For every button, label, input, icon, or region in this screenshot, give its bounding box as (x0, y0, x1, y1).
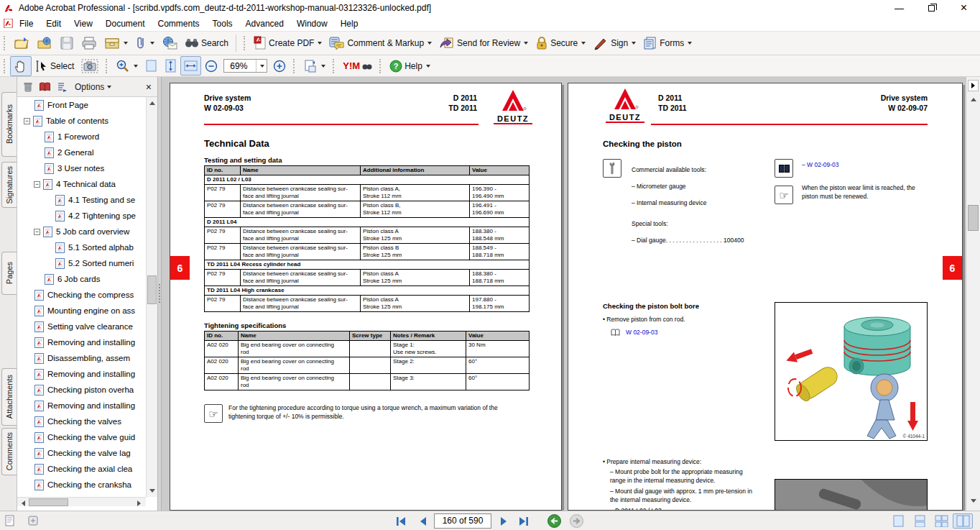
menu-document[interactable]: Document (99, 17, 152, 30)
toolbar-grip[interactable] (293, 59, 297, 73)
page-display-button[interactable] (300, 56, 329, 76)
tab-bookmarks[interactable]: Bookmarks (1, 92, 17, 157)
bookmark-item[interactable]: Checking the valve guid (17, 429, 146, 445)
document-pane[interactable]: Drive system W 02-09-03 D 2011 TD 2011 D… (162, 77, 966, 511)
open-web-button[interactable] (33, 33, 56, 53)
tab-comments[interactable]: Comments (1, 428, 17, 475)
previous-page-button[interactable] (414, 514, 433, 528)
save-button[interactable] (56, 33, 78, 53)
scroll-down-arrow[interactable] (148, 487, 156, 495)
bookmark-item[interactable]: 4.1 Testing and se (17, 192, 146, 208)
continuous-facing-layout-button[interactable] (931, 513, 951, 529)
expand-toggle[interactable]: − (34, 229, 40, 235)
bookmarks-close-button[interactable]: × (146, 81, 152, 93)
minimize-button[interactable]: — (883, 0, 915, 16)
menu-file[interactable]: File (13, 17, 40, 30)
zoom-out-button[interactable] (201, 57, 221, 76)
send-for-review-button[interactable]: Send for Review (435, 33, 532, 53)
collapse-pane-button[interactable] (968, 80, 979, 91)
bookmark-item[interactable]: Checking the cranksha (17, 477, 146, 493)
help-button[interactable]: ?Help (386, 57, 434, 76)
toolbar-grip[interactable] (106, 59, 109, 73)
menu-advanced[interactable]: Advanced (239, 17, 290, 30)
menu-edit[interactable]: Edit (40, 17, 68, 30)
bookmark-item[interactable]: 3 User notes (17, 160, 146, 176)
bookmark-item[interactable]: Checking piston overha (17, 382, 146, 398)
fit-page-button[interactable] (161, 56, 180, 76)
page-number-field[interactable]: 160 of 590 (434, 513, 491, 529)
attach-button[interactable] (131, 33, 158, 53)
menu-tools[interactable]: Tools (206, 17, 239, 30)
select-tool-button[interactable]: Select (32, 57, 78, 76)
tab-pages[interactable]: Pages (1, 252, 17, 295)
toolbar-grip[interactable] (4, 59, 7, 73)
bookmark-item[interactable]: 2 General (17, 145, 146, 160)
bookmark-item[interactable]: Removing and installing (17, 366, 146, 382)
bookmark-item[interactable]: 5.2 Sorted numeri (17, 255, 146, 271)
crossref-link[interactable]: – W 02-09-03 (802, 161, 839, 170)
bookmark-item[interactable]: 5.1 Sorted alphab (17, 239, 146, 255)
sign-button[interactable]: Sign (589, 33, 639, 53)
menu-comments[interactable]: Comments (152, 17, 206, 30)
toolbar-grip[interactable] (379, 59, 383, 73)
single-page-layout-button[interactable] (888, 513, 908, 529)
zoom-tool-button[interactable] (112, 56, 142, 76)
bookmark-item[interactable]: Disassembling, assem (17, 350, 146, 366)
maximize-button[interactable] (915, 0, 948, 16)
bookmark-item[interactable]: 4.2 Tightening spe (17, 208, 146, 224)
bookmark-item[interactable]: Checking the compress (17, 287, 146, 303)
bookmark-item[interactable]: Mounting engine on ass (17, 303, 146, 319)
scroll-up-arrow[interactable] (148, 99, 156, 107)
scroll-left-arrow[interactable] (19, 499, 27, 507)
security-status-icon[interactable] (27, 515, 39, 529)
facing-layout-button[interactable] (953, 513, 973, 529)
print-button[interactable] (78, 33, 101, 53)
bookmarks-horizontal-scrollbar[interactable] (17, 497, 146, 506)
new-bookmark-button[interactable] (57, 82, 68, 92)
bookmark-item[interactable]: Setting valve clearance (17, 319, 146, 334)
bookmark-item[interactable]: Checking the axial clea (17, 461, 146, 477)
document-status-icon[interactable] (4, 515, 16, 529)
last-page-button[interactable] (514, 514, 533, 528)
email-button[interactable] (158, 33, 181, 53)
tab-attachments[interactable]: Attachments (1, 368, 17, 426)
tab-signatures[interactable]: Signatures (1, 162, 17, 208)
bookmark-item[interactable]: Removing and installing (17, 398, 146, 414)
zoom-combo-caret[interactable] (256, 60, 267, 72)
splitter-grip[interactable] (159, 284, 161, 303)
bookmark-item[interactable]: Checking the valves (17, 414, 146, 429)
comment-markup-button[interactable]: Comment & Markup (325, 33, 435, 53)
first-page-button[interactable] (392, 514, 410, 528)
scroll-up-arrow[interactable] (969, 96, 977, 104)
bookmarks-options-button[interactable]: Options (75, 82, 111, 92)
zoom-in-button[interactable] (269, 57, 290, 76)
organizer-button[interactable] (101, 33, 131, 53)
snapshot-tool-button[interactable] (78, 56, 102, 76)
bookmark-item[interactable]: Front Page (17, 97, 146, 113)
bookmark-item[interactable]: 6 Job cards (17, 271, 146, 287)
toolbar-grip[interactable] (333, 59, 336, 73)
bookmarks-vertical-scrollbar[interactable] (146, 97, 157, 497)
scroll-down-arrow[interactable] (969, 497, 977, 505)
previous-view-button[interactable] (547, 514, 561, 528)
forms-button[interactable]: Forms (639, 33, 695, 53)
menu-help[interactable]: Help (334, 17, 365, 30)
bookmark-item[interactable]: 1 Foreword (17, 129, 146, 145)
bookmark-item[interactable]: −4 Technical data (17, 176, 146, 192)
zoom-level-combo[interactable]: 69% (223, 59, 267, 73)
fit-width-button[interactable] (180, 56, 201, 76)
toolbar-grip[interactable] (244, 36, 247, 50)
toolbar-grip[interactable] (4, 36, 7, 50)
scroll-right-arrow[interactable] (135, 499, 143, 507)
document-vertical-scrollbar[interactable] (966, 77, 980, 511)
delete-bookmark-button[interactable] (23, 81, 33, 92)
scroll-thumb[interactable] (29, 498, 68, 506)
scroll-thumb[interactable] (968, 205, 979, 231)
actual-size-button[interactable] (142, 56, 161, 76)
bookmark-item[interactable]: −Table of contents (17, 113, 146, 129)
continuous-layout-button[interactable] (910, 513, 930, 529)
next-page-button[interactable] (494, 514, 513, 528)
bookmark-item[interactable]: −5 Job card overview (17, 224, 146, 239)
scroll-thumb[interactable] (147, 275, 157, 304)
open-button[interactable] (10, 33, 33, 53)
